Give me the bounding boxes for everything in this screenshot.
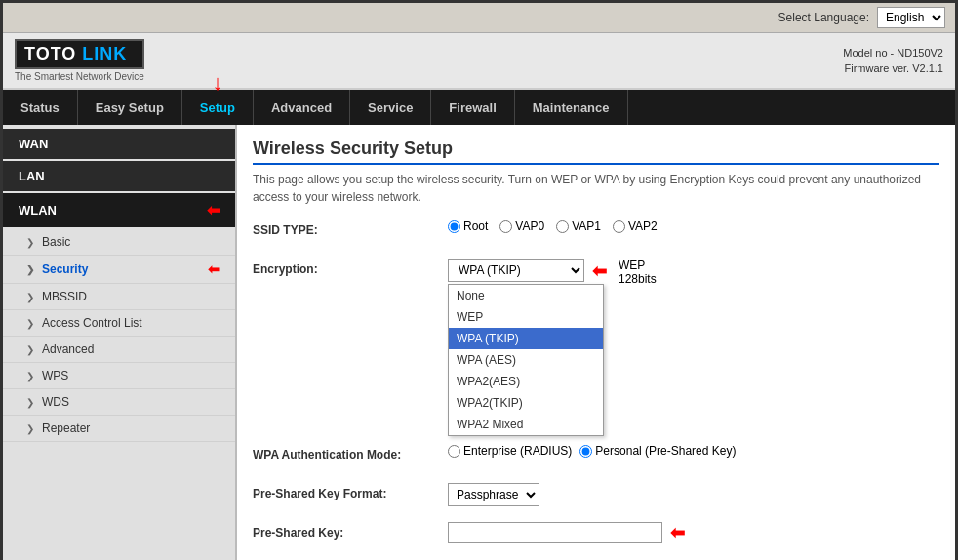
encryption-wrapper: WPA (TKIP) None WEP WPA (TKIP) WPA (AES)… xyxy=(448,259,607,282)
ssid-vap2-radio[interactable] xyxy=(613,220,625,233)
nav-advanced[interactable]: Advanced xyxy=(254,90,350,125)
logo-area: TOTO LINK The Smartest Network Device xyxy=(15,39,144,82)
encryption-value: WPA (TKIP) None WEP WPA (TKIP) WPA (AES)… xyxy=(448,259,939,282)
logo-tagline: The Smartest Network Device xyxy=(15,71,144,82)
sidebar-sub-security[interactable]: ❯ Security ⬅ xyxy=(3,256,235,284)
enc-option-none[interactable]: None xyxy=(449,285,603,306)
enterprise-option[interactable]: Enterprise (RADIUS) xyxy=(448,444,572,458)
encryption-dropdown-container: WPA (TKIP) None WEP WPA (TKIP) WPA (AES)… xyxy=(448,259,584,282)
sidebar-item-wlan[interactable]: WLAN ⬅ xyxy=(3,193,235,227)
encryption-arrow-icon: ⬅ xyxy=(592,260,607,282)
firmware-version: Firmware ver. V2.1.1 xyxy=(843,60,943,77)
language-select[interactable]: English xyxy=(877,7,945,28)
enterprise-label: Enterprise (RADIUS) xyxy=(463,444,572,458)
personal-option[interactable]: Personal (Pre-Shared Key) xyxy=(579,444,736,458)
ssid-vap1-option[interactable]: VAP1 xyxy=(556,220,601,233)
wep128-label: WEP 128bits xyxy=(619,259,657,286)
page-title: Wireless Security Setup xyxy=(253,139,939,165)
psk-format-row: Pre-Shared Key Format: Passphrase Hex xyxy=(253,483,939,512)
encryption-select[interactable]: WPA (TKIP) xyxy=(448,259,584,282)
model-info: Model no - ND150V2 Firmware ver. V2.1.1 xyxy=(843,45,943,77)
setup-arrow-icon: ↓ xyxy=(212,70,222,96)
nav-maintenance[interactable]: Maintenance xyxy=(515,90,628,125)
nav-firewall[interactable]: Firewall xyxy=(431,90,514,125)
enc-option-wpa-aes[interactable]: WPA (AES) xyxy=(449,349,603,371)
chevron-icon: ❯ xyxy=(26,318,34,329)
sidebar-item-wan[interactable]: WAN xyxy=(3,129,235,159)
enc-option-wpa2-tkip[interactable]: WPA2(TKIP) xyxy=(449,392,603,414)
ssid-vap0-radio[interactable] xyxy=(499,220,512,233)
sidebar-sub-basic[interactable]: ❯ Basic xyxy=(3,229,235,256)
psk-value: ⬅ xyxy=(448,522,939,543)
nav-bar: Status Easy Setup ↓ Setup Advanced Servi… xyxy=(3,90,955,125)
chevron-icon: ❯ xyxy=(26,371,34,381)
personal-radio[interactable] xyxy=(579,445,592,458)
sidebar-item-lan[interactable]: LAN xyxy=(3,161,235,191)
lang-label: Select Language: xyxy=(778,11,869,24)
psk-row: Pre-Shared Key: ⬅ xyxy=(253,522,939,551)
ssid-root-option[interactable]: Root xyxy=(448,220,488,233)
logo-link: LINK xyxy=(82,44,127,63)
encryption-dropdown-list: None WEP WPA (TKIP) WPA (AES) WPA2(AES) … xyxy=(448,284,604,436)
wlan-arrow-icon: ⬅ xyxy=(207,201,220,220)
sidebar-sub-wps[interactable]: ❯ WPS xyxy=(3,363,235,389)
chevron-icon: ❯ xyxy=(26,397,34,408)
nav-easy-setup[interactable]: Easy Setup xyxy=(78,90,182,125)
security-arrow-icon: ⬅ xyxy=(208,261,220,277)
model-number: Model no - ND150V2 xyxy=(843,45,943,61)
psk-format-value: Passphrase Hex xyxy=(448,483,939,506)
ssid-type-value: Root VAP0 VAP1 VAP2 xyxy=(448,220,939,233)
wpa-auth-value: Enterprise (RADIUS) Personal (Pre-Shared… xyxy=(448,444,939,458)
chevron-icon: ❯ xyxy=(26,423,34,434)
sidebar-sub-repeater[interactable]: ❯ Repeater xyxy=(3,416,235,442)
ssid-type-row: SSID TYPE: Root VAP0 VAP1 xyxy=(253,220,939,249)
sidebar-sub-wds[interactable]: ❯ WDS xyxy=(3,389,235,416)
ssid-root-radio[interactable] xyxy=(448,220,460,233)
chevron-icon: ❯ xyxy=(26,264,34,275)
encryption-row: Encryption: WPA (TKIP) None WEP WPA (TKI… xyxy=(253,259,939,288)
wpa-auth-row: WPA Authentication Mode: Enterprise (RAD… xyxy=(253,444,939,473)
nav-status[interactable]: Status xyxy=(3,90,78,125)
ssid-type-label: SSID TYPE: xyxy=(253,220,448,237)
chevron-icon: ❯ xyxy=(26,237,34,248)
personal-label: Personal (Pre-Shared Key) xyxy=(595,444,736,458)
page-description: This page allows you setup the wireless … xyxy=(253,171,939,206)
nav-service[interactable]: Service xyxy=(350,90,431,125)
logo: TOTO LINK xyxy=(15,39,144,69)
psk-format-label: Pre-Shared Key Format: xyxy=(253,483,448,500)
ssid-vap2-option[interactable]: VAP2 xyxy=(613,220,658,233)
psk-arrow-icon: ⬅ xyxy=(670,522,685,543)
wpa-auth-label: WPA Authentication Mode: xyxy=(253,444,448,461)
psk-input[interactable] xyxy=(448,522,662,543)
psk-wrapper: ⬅ xyxy=(448,522,685,543)
chevron-icon: ❯ xyxy=(26,344,34,355)
8021x-spacer xyxy=(253,405,448,409)
sidebar-sub-acl[interactable]: ❯ Access Control List xyxy=(3,310,235,337)
chevron-icon: ❯ xyxy=(26,292,34,302)
psk-format-select[interactable]: Passphrase Hex xyxy=(448,483,539,506)
nav-setup[interactable]: ↓ Setup xyxy=(182,90,254,125)
content-area: Wireless Security Setup This page allows… xyxy=(237,125,955,560)
logo-toto: TOTO xyxy=(24,44,76,63)
ssid-radio-group: Root VAP0 VAP1 VAP2 xyxy=(448,220,658,233)
enc-option-wpa2-aes[interactable]: WPA2(AES) xyxy=(449,371,603,392)
sidebar-sub-advanced[interactable]: ❯ Advanced xyxy=(3,337,235,363)
psk-label: Pre-Shared Key: xyxy=(253,522,448,540)
sidebar: WAN LAN WLAN ⬅ ❯ Basic ❯ Security ⬅ xyxy=(3,125,237,560)
enc-option-wep[interactable]: WEP xyxy=(449,306,603,328)
enc-option-wpa-tkip[interactable]: WPA (TKIP) xyxy=(449,328,603,349)
encryption-label: Encryption: xyxy=(253,259,448,276)
ssid-vap1-radio[interactable] xyxy=(556,220,569,233)
ssid-vap0-option[interactable]: VAP0 xyxy=(499,220,544,233)
enc-option-wpa2-mixed[interactable]: WPA2 Mixed xyxy=(449,414,603,435)
enterprise-radio[interactable] xyxy=(448,445,460,458)
sidebar-sub-mbssid[interactable]: ❯ MBSSID xyxy=(3,284,235,310)
